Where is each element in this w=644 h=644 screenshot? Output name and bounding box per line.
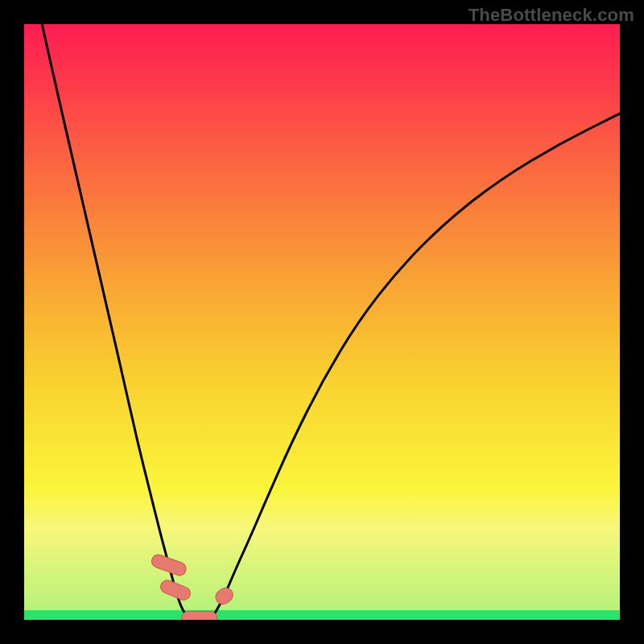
chart-frame: TheBottleneck.com [0,0,644,644]
marker-2 [181,611,217,620]
plot-area [24,24,620,620]
gradient-background [24,24,620,620]
svg-rect-2 [181,611,217,620]
chart-svg [24,24,620,620]
watermark-text: TheBottleneck.com [469,5,634,26]
